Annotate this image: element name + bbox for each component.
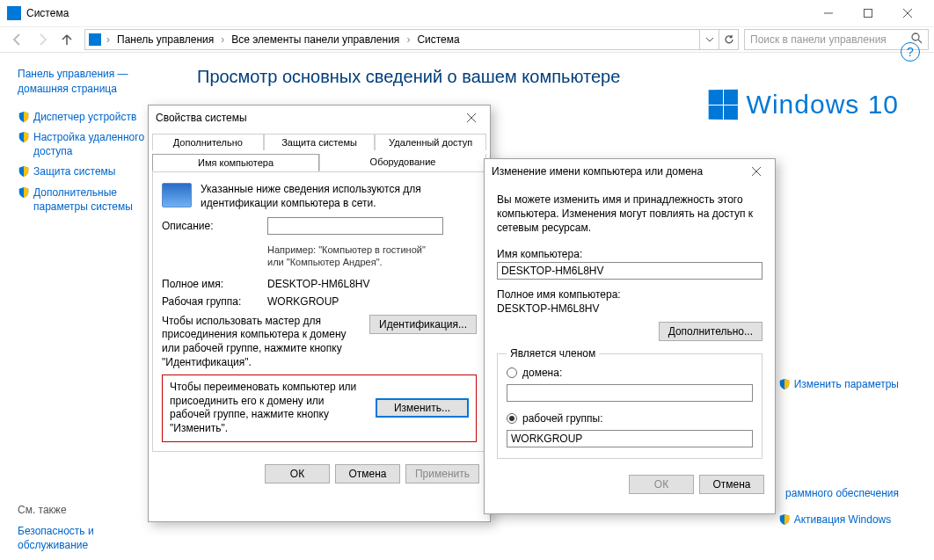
apply-button[interactable]: Применить xyxy=(405,464,479,484)
crumb-2[interactable]: Система xyxy=(412,33,464,46)
radio-icon xyxy=(507,413,517,424)
address-bar[interactable]: › Панель управления › Все элементы панел… xyxy=(84,29,739,50)
sidebar-link-label: Диспетчер устройств xyxy=(33,111,136,125)
shield-icon xyxy=(18,131,30,143)
sidebar-link-security[interactable]: Безопасность и обслуживание xyxy=(18,525,153,552)
sidebar-link-device-manager[interactable]: Диспетчер устройств xyxy=(18,111,153,125)
radio-workgroup[interactable]: рабочей группы: xyxy=(507,412,753,425)
windows-logo-icon xyxy=(708,90,737,120)
tab-computer-name[interactable]: Имя компьютера xyxy=(152,154,319,171)
svg-rect-1 xyxy=(864,10,872,18)
radio-icon xyxy=(507,367,517,378)
rename-dialog: Изменение имени компьютера или домена Вы… xyxy=(484,158,776,514)
partial-text: раммного обеспечения xyxy=(785,487,899,499)
change-button[interactable]: Изменить... xyxy=(376,398,469,418)
workgroup-input[interactable] xyxy=(507,430,753,447)
page-title: Просмотр основных сведений о вашем компь… xyxy=(197,67,916,87)
ok-button[interactable]: ОК xyxy=(265,464,330,484)
example-text: Например: "Компьютер в гостиной" или "Ко… xyxy=(267,244,443,269)
svg-point-4 xyxy=(912,33,919,40)
see-also-label: См. также xyxy=(18,504,153,516)
app-icon xyxy=(7,6,21,20)
dialog-title: Свойства системы xyxy=(156,112,247,124)
chevron-right-icon[interactable]: › xyxy=(405,33,412,46)
shield-icon xyxy=(18,111,30,123)
refresh-button[interactable] xyxy=(719,30,738,49)
crumb-0[interactable]: Панель управления xyxy=(112,33,219,46)
change-params-label: Изменить параметры xyxy=(794,378,899,390)
radio-domain-label: домена: xyxy=(522,367,562,379)
back-button[interactable] xyxy=(5,27,30,52)
ok-button[interactable]: ОК xyxy=(629,475,694,494)
maximize-button[interactable] xyxy=(848,0,887,26)
address-dropdown[interactable] xyxy=(699,30,719,49)
tab-extra[interactable]: Дополнительно xyxy=(152,134,264,150)
windows-logo-text: Windows 10 xyxy=(747,90,899,120)
fullname-label: Полное имя: xyxy=(162,278,259,290)
close-button[interactable] xyxy=(887,0,927,26)
fullname-label: Полное имя компьютера: xyxy=(497,288,763,301)
sidebar-link-protection[interactable]: Защита системы xyxy=(18,165,153,179)
computer-name-input[interactable] xyxy=(497,262,763,280)
tab-remote[interactable]: Удаленный доступ xyxy=(375,134,486,150)
workgroup-value: WORKGROUP xyxy=(267,295,339,308)
activate-link[interactable]: Активация Windows xyxy=(778,513,899,526)
chevron-right-icon[interactable]: › xyxy=(219,33,226,46)
svg-line-5 xyxy=(918,40,922,43)
tab-protect[interactable]: Защита системы xyxy=(264,134,376,150)
description-label: Описание: xyxy=(162,220,259,232)
domain-input xyxy=(507,384,753,402)
sidebar-link-label: Настройка удаленного доступа xyxy=(33,131,153,158)
rename-text: Чтобы переименовать компьютер или присое… xyxy=(170,381,367,435)
radio-domain[interactable]: домена: xyxy=(507,367,753,379)
sidebar-link-remote[interactable]: Настройка удаленного доступа xyxy=(18,131,153,158)
window-title: Система xyxy=(26,7,69,19)
sidebar-link-advanced[interactable]: Дополнительные параметры системы xyxy=(18,186,153,214)
forward-button[interactable] xyxy=(30,27,55,52)
tab-hardware[interactable]: Оборудование xyxy=(319,154,486,171)
up-button[interactable] xyxy=(55,27,79,52)
shield-icon xyxy=(778,378,791,390)
more-button[interactable]: Дополнительно... xyxy=(659,322,763,341)
intro-text: Указанные ниже сведения используются для… xyxy=(201,183,477,210)
dialog-title: Изменение имени компьютера или домена xyxy=(492,165,703,178)
wizard-text: Чтобы использовать мастер для присоедине… xyxy=(162,315,361,369)
description-input[interactable] xyxy=(267,217,443,235)
close-icon[interactable] xyxy=(460,108,483,127)
chevron-right-icon[interactable]: › xyxy=(105,33,112,46)
activate-label: Активация Windows xyxy=(794,513,892,526)
close-icon[interactable] xyxy=(745,162,768,181)
sidebar-link-label: Защита системы xyxy=(33,165,115,179)
cancel-button[interactable]: Отмена xyxy=(335,464,400,484)
workgroup-label: Рабочая группа: xyxy=(162,295,259,308)
sidebar-header[interactable]: Панель управления — домашняя страница xyxy=(18,67,153,97)
sidebar-link-label: Дополнительные параметры системы xyxy=(33,186,153,214)
shield-icon xyxy=(18,165,30,178)
change-params-link[interactable]: Изменить параметры xyxy=(778,378,899,390)
cancel-button[interactable]: Отмена xyxy=(699,475,764,494)
minimize-button[interactable] xyxy=(808,0,848,26)
windows-logo: Windows 10 xyxy=(708,90,899,120)
location-icon xyxy=(89,33,101,46)
member-legend: Является членом xyxy=(507,347,599,360)
intro-text: Вы можете изменить имя и принадлежность … xyxy=(497,193,763,236)
identify-button[interactable]: Идентификация... xyxy=(369,315,477,334)
radio-workgroup-label: рабочей группы: xyxy=(522,412,602,425)
fullname-value: DESKTOP-HM6L8HV xyxy=(267,278,369,290)
system-properties-dialog: Свойства системы Дополнительно Защита си… xyxy=(148,105,491,522)
computer-icon xyxy=(162,183,192,207)
crumb-1[interactable]: Все элементы панели управления xyxy=(226,33,405,46)
shield-icon xyxy=(18,186,30,199)
fullname-value: DESKTOP-HM6L8HV xyxy=(497,302,763,315)
name-label: Имя компьютера: xyxy=(497,248,763,260)
shield-icon xyxy=(778,513,791,526)
search-placeholder: Поиск в панели управления xyxy=(750,33,887,46)
